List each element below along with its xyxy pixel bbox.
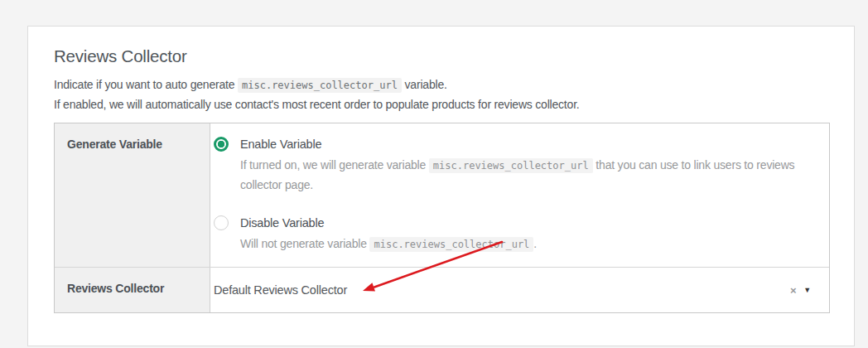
disable-variable-option[interactable]: Disable Variable <box>214 215 819 231</box>
settings-card: Reviews Collector Indicate if you want t… <box>27 26 855 346</box>
reviews-collector-row: Reviews Collector Default Reviews Collec… <box>55 267 829 312</box>
generate-variable-options: Enable Variable If turned on, we will ge… <box>210 123 829 267</box>
enable-variable-option[interactable]: Enable Variable <box>214 136 819 152</box>
clear-icon[interactable]: × <box>790 285 796 296</box>
radio-unselected-icon[interactable] <box>214 215 229 230</box>
generate-variable-label-cell: Generate Variable <box>55 123 210 267</box>
chevron-down-icon[interactable]: ▼ <box>803 287 811 294</box>
settings-table: Generate Variable Enable Variable If tur… <box>54 123 830 313</box>
enable-variable-description: If turned on, we will generate variable … <box>240 156 819 195</box>
reviews-collector-dropdown[interactable]: Default Reviews Collector × ▼ <box>214 268 819 312</box>
radio-selected-icon[interactable] <box>214 137 229 152</box>
variable-code-chip: misc.reviews_collector_url <box>238 78 402 93</box>
generate-variable-row: Generate Variable Enable Variable If tur… <box>55 123 829 267</box>
intro-line-1: Indicate if you want to auto generate mi… <box>54 75 829 95</box>
reviews-collector-label-cell: Reviews Collector <box>55 268 210 312</box>
variable-code-chip: misc.reviews_collector_url <box>429 158 593 173</box>
enable-variable-option-label[interactable]: Enable Variable <box>240 136 321 152</box>
disable-variable-option-group: Disable Variable Will not generate varia… <box>214 215 819 254</box>
intro-text: Indicate if you want to auto generate mi… <box>54 75 829 114</box>
reviews-collector-select-cell: Default Reviews Collector × ▼ <box>210 268 829 312</box>
disable-variable-option-label[interactable]: Disable Variable <box>240 215 324 231</box>
enable-variable-option-group: Enable Variable If turned on, we will ge… <box>214 136 819 195</box>
dropdown-selected-value[interactable]: Default Reviews Collector <box>214 283 790 297</box>
reviews-collector-label: Reviews Collector <box>67 281 200 296</box>
page-title: Reviews Collector <box>54 46 829 67</box>
dropdown-icons: × ▼ <box>790 285 819 296</box>
generate-variable-label: Generate Variable <box>67 137 200 152</box>
disable-variable-description: Will not generate variable misc.reviews_… <box>240 234 819 254</box>
intro-line-2: If enabled, we will automatically use co… <box>54 95 829 114</box>
variable-code-chip: misc.reviews_collector_url <box>369 237 533 252</box>
